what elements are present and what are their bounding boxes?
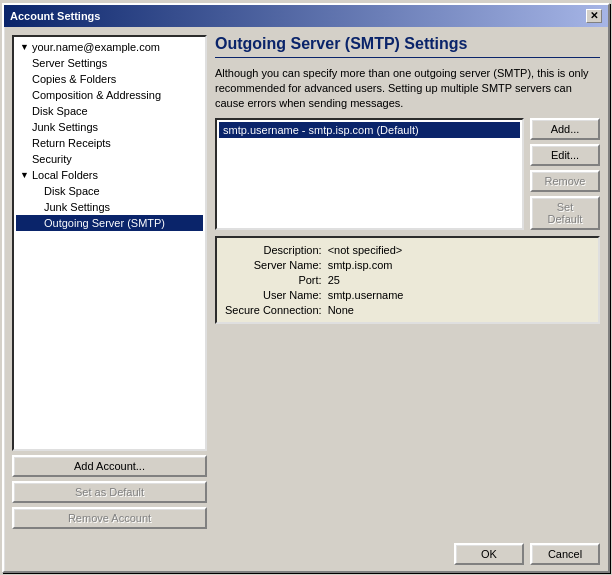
- server-name-value: smtp.isp.com: [328, 259, 590, 271]
- tree-local-folders-root[interactable]: ▼ Local Folders: [16, 167, 203, 183]
- edit-smtp-button[interactable]: Edit...: [530, 144, 600, 166]
- user-name-value: smtp.username: [328, 289, 590, 301]
- description-label: Description:: [225, 244, 322, 256]
- smtp-details-box: Description: <not specified> Server Name…: [215, 236, 600, 324]
- sidebar-item-local-junk[interactable]: Junk Settings: [16, 199, 203, 215]
- user-name-label: User Name:: [225, 289, 322, 301]
- disk-space-label: Disk Space: [32, 105, 88, 117]
- copies-folders-label: Copies & Folders: [32, 73, 116, 85]
- set-default-smtp-button[interactable]: Set Default: [530, 196, 600, 230]
- local-folders-label: Local Folders: [32, 169, 98, 181]
- local-disk-space-label: Disk Space: [44, 185, 100, 197]
- expand-icon-local: ▼: [20, 170, 30, 180]
- server-name-label: Server Name:: [225, 259, 322, 271]
- secure-conn-label: Secure Connection:: [225, 304, 322, 316]
- junk-settings-label: Junk Settings: [32, 121, 98, 133]
- outgoing-smtp-label: Outgoing Server (SMTP): [44, 217, 165, 229]
- sidebar-item-composition[interactable]: Composition & Addressing: [16, 87, 203, 103]
- tree-account-root[interactable]: ▼ your.name@example.com: [16, 39, 203, 55]
- account-tree[interactable]: ▼ your.name@example.com Server Settings …: [12, 35, 207, 451]
- content-area: ▼ your.name@example.com Server Settings …: [4, 27, 608, 537]
- expand-icon: ▼: [20, 42, 30, 52]
- composition-label: Composition & Addressing: [32, 89, 161, 101]
- sidebar-item-disk-space[interactable]: Disk Space: [16, 103, 203, 119]
- sidebar-item-junk-settings[interactable]: Junk Settings: [16, 119, 203, 135]
- sidebar-item-outgoing-smtp[interactable]: Outgoing Server (SMTP): [16, 215, 203, 231]
- sidebar-item-server-settings[interactable]: Server Settings: [16, 55, 203, 71]
- smtp-listbox[interactable]: smtp.username - smtp.isp.com (Default): [215, 118, 524, 230]
- right-panel: Outgoing Server (SMTP) Settings Although…: [215, 35, 600, 529]
- left-panel: ▼ your.name@example.com Server Settings …: [12, 35, 207, 529]
- sidebar-item-local-disk-space[interactable]: Disk Space: [16, 183, 203, 199]
- window-title: Account Settings: [10, 10, 100, 22]
- account-settings-window: Account Settings ✕ ▼ your.name@example.c…: [2, 3, 610, 573]
- smtp-list-area: smtp.username - smtp.isp.com (Default) A…: [215, 118, 600, 230]
- sidebar-item-security[interactable]: Security: [16, 151, 203, 167]
- cancel-button[interactable]: Cancel: [530, 543, 600, 565]
- description-text: Although you can specify more than one o…: [215, 66, 600, 112]
- port-value: 25: [328, 274, 590, 286]
- remove-account-button[interactable]: Remove Account: [12, 507, 207, 529]
- local-junk-label: Junk Settings: [44, 201, 110, 213]
- sidebar-item-return-receipts[interactable]: Return Receipts: [16, 135, 203, 151]
- set-as-default-button[interactable]: Set as Default: [12, 481, 207, 503]
- port-label: Port:: [225, 274, 322, 286]
- ok-button[interactable]: OK: [454, 543, 524, 565]
- server-settings-label: Server Settings: [32, 57, 107, 69]
- return-receipts-label: Return Receipts: [32, 137, 111, 149]
- account-label: your.name@example.com: [32, 41, 160, 53]
- description-value: <not specified>: [328, 244, 590, 256]
- add-account-button[interactable]: Add Account...: [12, 455, 207, 477]
- smtp-list-item[interactable]: smtp.username - smtp.isp.com (Default): [219, 122, 520, 138]
- panel-title: Outgoing Server (SMTP) Settings: [215, 35, 600, 58]
- smtp-side-buttons: Add... Edit... Remove Set Default: [530, 118, 600, 230]
- security-label: Security: [32, 153, 72, 165]
- remove-smtp-button[interactable]: Remove: [530, 170, 600, 192]
- footer-buttons: OK Cancel: [4, 537, 608, 571]
- title-bar: Account Settings ✕: [4, 5, 608, 27]
- close-button[interactable]: ✕: [586, 9, 602, 23]
- add-smtp-button[interactable]: Add...: [530, 118, 600, 140]
- sidebar-item-copies-folders[interactable]: Copies & Folders: [16, 71, 203, 87]
- left-button-group: Add Account... Set as Default Remove Acc…: [12, 455, 207, 529]
- secure-conn-value: None: [328, 304, 590, 316]
